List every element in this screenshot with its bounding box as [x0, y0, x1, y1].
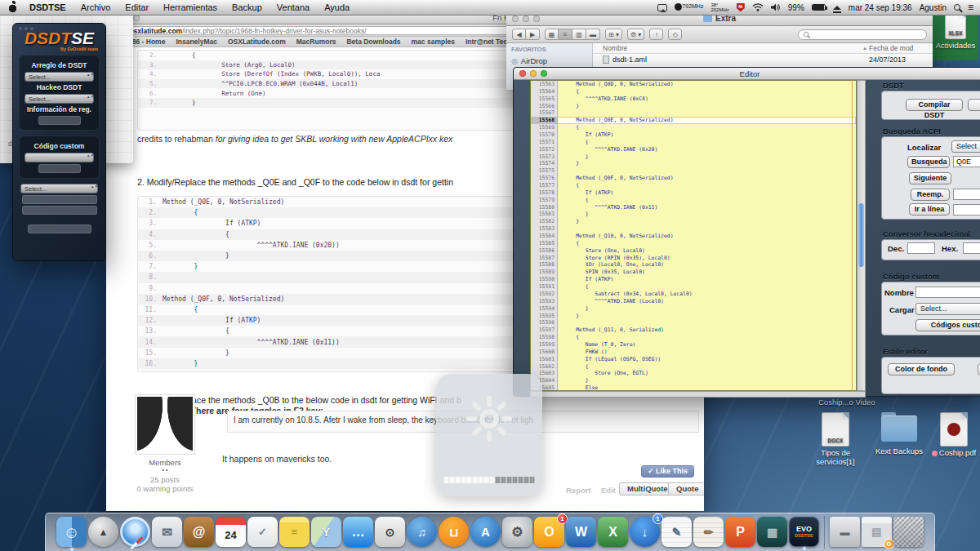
- dock-separator[interactable]: [824, 516, 825, 549]
- dock-itunes-icon[interactable]: ♫: [407, 517, 437, 547]
- editor-line[interactable]: 15563 Method (_Q0D, 0, NotSerialized): [531, 81, 856, 88]
- spotlight-icon[interactable]: [954, 4, 960, 11]
- editor-line[interactable]: 15585 {: [531, 240, 856, 247]
- reemplazar-button[interactable]: Reemp.: [911, 189, 950, 201]
- ir-a-linea-button[interactable]: Ir a línea: [909, 203, 950, 216]
- editor-line[interactable]: 15564 {: [531, 88, 856, 96]
- battery-percent[interactable]: 99%: [788, 3, 804, 12]
- editor-line[interactable]: 15576 Method (_Q0F, 0, NotSerialized): [531, 175, 856, 182]
- bookmark-item[interactable]: MacRumors: [296, 38, 336, 46]
- desktop-icon-pdf[interactable]: Coship.pdf: [929, 412, 978, 457]
- column-view-button[interactable]: ▥: [572, 29, 586, 40]
- wifi-icon[interactable]: [752, 3, 764, 11]
- dock-notes-icon[interactable]: ≡: [279, 517, 310, 547]
- cpu-speed-extra[interactable]: 792MHz: [675, 3, 703, 12]
- report-link[interactable]: Report: [566, 486, 591, 495]
- line-number-input[interactable]: [953, 204, 980, 216]
- file-row[interactable]: dsdt-1.aml 24/07/2013: [593, 54, 933, 65]
- editor-line[interactable]: 15594 }: [531, 305, 856, 313]
- clock-menu[interactable]: mar 24 sep 19:36: [849, 3, 912, 12]
- editor-line[interactable]: 15573 }: [531, 153, 856, 161]
- editor-line[interactable]: 15604 }: [531, 377, 856, 384]
- siguiente-button[interactable]: Siguiente: [909, 172, 951, 184]
- editor-line[interactable]: 15595 }: [531, 313, 856, 320]
- like-this-button[interactable]: ✓ Like This: [641, 465, 694, 478]
- notification-center-icon[interactable]: ≡: [968, 2, 973, 12]
- editor-line[interactable]: 15569 {: [531, 124, 856, 131]
- coverflow-view-button[interactable]: ▬: [586, 29, 600, 40]
- editor-line[interactable]: 15601 If (LEqual (OSFG, OSEG)): [531, 356, 856, 363]
- arreglo-select[interactable]: Select...: [24, 72, 94, 82]
- editor-line[interactable]: 15587 Store (RPIN (0x35), Local0): [531, 255, 856, 262]
- back-button[interactable]: ◀: [512, 29, 526, 40]
- dock-reminders-icon[interactable]: ✓: [247, 517, 278, 547]
- dock-mail-icon[interactable]: ✉: [152, 517, 182, 547]
- temp-fan-extra[interactable]: 38°202MHz: [710, 2, 728, 12]
- codigo-button[interactable]: [38, 164, 81, 173]
- desktop-icon-xlsx[interactable]: XLSX Actividades: [933, 10, 978, 60]
- battery-icon[interactable]: [812, 4, 826, 11]
- bookmark-item[interactable]: mac samples: [412, 38, 455, 46]
- dock-finder-icon[interactable]: ☺: [56, 517, 87, 547]
- editor-line[interactable]: 15580 ^^^^ATKD.IANE (0x11): [531, 204, 856, 211]
- replace-input[interactable]: [953, 189, 980, 200]
- editor-titlebar[interactable]: Editor: [514, 68, 980, 80]
- dock-facetime-icon[interactable]: ⊙: [375, 517, 405, 547]
- dock-outlook-icon[interactable]: O 1: [534, 517, 564, 547]
- volume-icon[interactable]: [771, 3, 781, 11]
- bottom-select[interactable]: Select...: [20, 184, 98, 193]
- dock-powerpoint-icon[interactable]: P: [725, 517, 755, 547]
- cargar-select[interactable]: Select...: [915, 303, 980, 315]
- editor-line[interactable]: 15577 {: [531, 182, 856, 189]
- dock-stickies-icon[interactable]: ▦: [757, 517, 787, 547]
- editor-horizontal-scrollbar[interactable]: [530, 391, 866, 398]
- quote-button[interactable]: Quote: [668, 482, 704, 495]
- editor-line[interactable]: 15600 FHKW (): [531, 349, 856, 356]
- install-dsdt-button[interactable]: Inst: [968, 99, 980, 111]
- editor-line[interactable]: 15605 Else: [531, 384, 856, 391]
- info-button[interactable]: [38, 116, 81, 125]
- editor-line[interactable]: 15575: [531, 167, 856, 175]
- desktop-icon-folder[interactable]: Kext Backups: [868, 412, 930, 455]
- editor-line[interactable]: 15591 {: [531, 283, 856, 291]
- icon-view-button[interactable]: ▦: [545, 29, 559, 40]
- arrange-menu-button[interactable]: ⊞ ▾: [605, 29, 622, 40]
- desktop-icon-docx[interactable]: DOCX Tipos de servicios[1]: [808, 412, 862, 466]
- bookmark-item[interactable]: InsanelyMac: [176, 38, 217, 46]
- editor-line[interactable]: 15572 ^^^^ATKD.IANE (0x20): [531, 146, 856, 153]
- apple-menu-icon[interactable]: [8, 2, 17, 12]
- hex-input[interactable]: [963, 242, 980, 254]
- bookmark-item[interactable]: OSXLatitude.com: [228, 38, 286, 46]
- editor-line[interactable]: 15598 {: [531, 334, 856, 341]
- editor-line[interactable]: 15567: [531, 109, 856, 117]
- list-view-button[interactable]: ≡: [559, 29, 572, 40]
- user-menu[interactable]: Agustin: [920, 3, 947, 12]
- tags-button[interactable]: ◇: [668, 29, 682, 40]
- share-button[interactable]: ↑: [649, 29, 663, 40]
- dock-ibooks-icon[interactable]: ⊔: [439, 517, 469, 547]
- editor-line[interactable]: 15592 Subtract (0x34, Local0, Local0): [531, 291, 856, 298]
- dock-excel-icon[interactable]: X: [598, 517, 628, 547]
- editor-line[interactable]: 15599 Name (T_0, Zero): [531, 341, 856, 349]
- editor-line[interactable]: 15584 Method (_Q10, 0, NotSerialized): [531, 233, 856, 240]
- dock-trash-icon[interactable]: [893, 517, 924, 547]
- editor-line[interactable]: 15593 ^^^^ATKD.IANE (Local0): [531, 298, 856, 305]
- dock-textedit-icon[interactable]: ✎: [662, 517, 692, 547]
- editor-line[interactable]: 15597 Method (_Q11, 0, Serialized): [531, 327, 856, 334]
- editor-line[interactable]: 15571 {: [531, 139, 856, 146]
- code-editor[interactable]: 15563 Method (_Q0D, 0, NotSerialized) 15…: [530, 80, 857, 391]
- editor-line[interactable]: 15590 If (ATKP): [531, 276, 856, 283]
- editor-line[interactable]: 15579 {: [531, 197, 856, 204]
- dock-sysprefs-icon[interactable]: ⚙: [502, 517, 532, 547]
- edit-link[interactable]: Edit: [601, 486, 616, 495]
- editor-line[interactable]: 15574 }: [531, 160, 856, 167]
- menu-item[interactable]: Ayuda: [317, 0, 357, 16]
- dock-editor-app-icon[interactable]: ✏: [693, 517, 724, 547]
- editor-line[interactable]: 15596: [531, 319, 856, 327]
- finder-search-field[interactable]: [798, 29, 927, 40]
- localizar-select[interactable]: Select: [951, 140, 980, 153]
- editor-line[interactable]: 15565 ^^^^ATKD.IANE (0xC4): [531, 96, 856, 103]
- dock-launchpad-icon[interactable]: ▲: [88, 517, 118, 547]
- dock-contacts-icon[interactable]: @: [184, 517, 214, 547]
- eject-icon[interactable]: [833, 6, 841, 10]
